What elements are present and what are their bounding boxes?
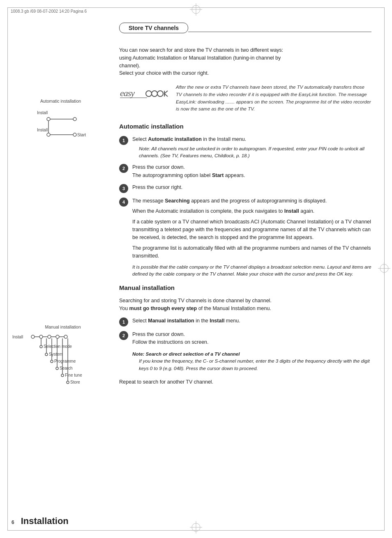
svg-text:Search: Search — [60, 366, 73, 370]
svg-text:Install: Install — [12, 335, 23, 339]
auto-step-3: 3 Press the cursor right. — [119, 184, 371, 193]
auto-heading: Automatic installation — [119, 123, 371, 130]
crosshair-right — [378, 262, 390, 276]
manual-step-2-content: Press the cursor down. Follow the instru… — [132, 331, 371, 347]
manual-diagram-svg: Install Selection mode System Programme … — [12, 332, 106, 398]
svg-point-33 — [45, 353, 48, 356]
easylink-note: After the new or extra TV channels have … — [176, 84, 371, 113]
svg-line-53 — [164, 94, 168, 97]
svg-point-10 — [47, 117, 50, 121]
svg-text:Store: Store — [70, 380, 80, 384]
easylink-section: easy After the new or extra TV channels … — [119, 84, 371, 113]
svg-line-52 — [164, 91, 168, 94]
svg-point-28 — [64, 335, 67, 338]
svg-text:Programme: Programme — [54, 359, 76, 363]
auto-diagram-container: Automatic installation Install Install S… — [12, 99, 109, 142]
manual-step-2: 2 Press the cursor down. Follow the inst… — [119, 331, 371, 347]
manual-step-1: 1 Select Manual installation in the Inst… — [119, 317, 371, 326]
svg-point-49 — [152, 91, 157, 97]
intro-text: You can now search for and store the TV … — [119, 46, 371, 77]
svg-text:Install: Install — [37, 128, 48, 132]
auto-step-2: 2 Press the cursor down. The autoprogram… — [119, 163, 371, 179]
manual-diagram-label: Manual installation — [12, 324, 114, 329]
manual-diagram-container: Manual installation Install Selection mo… — [12, 324, 114, 398]
manual-heading: Manual installation — [119, 284, 371, 291]
footer-title: Installation — [21, 516, 69, 527]
step-1-note: Note: All channels must be unlocked in o… — [139, 145, 371, 160]
step-4-content: The message Searching appears and the pr… — [132, 197, 371, 278]
manual-step-1-content: Select Manual installation in the Instal… — [132, 317, 371, 325]
svg-point-22 — [39, 335, 43, 338]
step-number-2: 2 — [119, 164, 128, 173]
page-title-box: Store TV channels — [119, 23, 188, 33]
step-number-3: 3 — [119, 184, 128, 193]
svg-point-26 — [56, 335, 59, 338]
manual-intro: Searching for and storing TV channels is… — [119, 297, 371, 313]
easylink-logo: easy — [119, 85, 168, 101]
title-section: Store TV channels — [119, 23, 371, 41]
svg-point-24 — [48, 335, 51, 338]
svg-point-14 — [47, 133, 50, 136]
step-number-1: 1 — [119, 136, 128, 145]
auto-step-1: 1 Select Automatic installation in the I… — [119, 136, 371, 159]
manual-section: Manual installation Searching for and st… — [119, 284, 371, 385]
step-number-4: 4 — [119, 198, 128, 207]
footer: 6 Installation — [12, 516, 380, 527]
svg-point-39 — [56, 367, 58, 370]
svg-point-45 — [67, 381, 69, 384]
auto-diagram-label: Automatic installation — [12, 99, 109, 103]
auto-diagram-svg: Install Install Start — [12, 107, 103, 142]
svg-point-16 — [73, 133, 76, 136]
auto-section: Automatic installation 1 Select Automati… — [119, 123, 371, 278]
svg-text:easy: easy — [120, 88, 135, 98]
header-meta: 1008.3 gb /69 08-07-2002 14:20 Pagina 6 — [11, 9, 87, 14]
svg-point-12 — [73, 117, 76, 121]
crosshair-top — [190, 3, 202, 17]
repeat-line: Repeat to search for another TV channel. — [119, 379, 371, 385]
manual-step-number-2: 2 — [119, 331, 128, 340]
step-2-content: Press the cursor down. The autoprogrammi… — [132, 163, 371, 179]
main-content: Store TV channels You can now search for… — [119, 23, 371, 497]
svg-point-48 — [146, 91, 152, 97]
svg-text:System: System — [49, 352, 62, 356]
svg-text:Install: Install — [37, 110, 48, 115]
svg-point-30 — [40, 345, 42, 348]
svg-text:Start: Start — [77, 133, 86, 137]
svg-point-36 — [51, 360, 53, 363]
footer-page-num: 6 — [12, 520, 14, 525]
svg-point-20 — [31, 335, 35, 338]
step-3-content: Press the cursor right. — [132, 184, 371, 191]
step-1-content: Select Automatic installation in the Ins… — [132, 136, 371, 159]
auto-step-4: 4 The message Searching appears and the … — [119, 197, 371, 278]
svg-point-50 — [157, 91, 163, 97]
manual-step-number-1: 1 — [119, 317, 128, 326]
svg-point-42 — [61, 374, 64, 377]
manual-note: Note: Search or direct selection of a TV… — [132, 351, 371, 372]
